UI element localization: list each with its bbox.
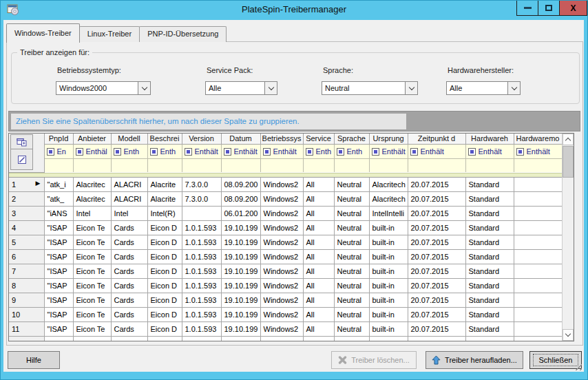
- grid-cell[interactable]: All: [303, 308, 334, 322]
- grid-cell[interactable]: 20.07.2015: [408, 221, 465, 235]
- grid-cell[interactable]: Eicon D: [147, 322, 182, 337]
- grid-cell[interactable]: Neutral: [334, 221, 369, 235]
- grid-cell[interactable]: Cards: [111, 322, 147, 337]
- grid-cell[interactable]: 20.07.2015: [408, 207, 465, 221]
- grid-cell[interactable]: Eicon Te: [73, 279, 111, 293]
- chevron-down-icon[interactable]: [138, 82, 150, 94]
- grid-cell[interactable]: "ISAP: [44, 264, 73, 279]
- column-header[interactable]: Beschrei: [147, 134, 182, 144]
- grid-cell[interactable]: Windows2: [260, 293, 303, 308]
- grid-cell[interactable]: Windows2: [260, 250, 303, 264]
- grid-cell[interactable]: Intel: [73, 337, 111, 341]
- grid-cell[interactable]: Neutral: [334, 235, 369, 250]
- grid-cell[interactable]: Windows2: [260, 279, 303, 293]
- tab-pnp-id-uebersetzung[interactable]: PNP-ID-Übersetzung: [139, 26, 227, 42]
- driver-grid[interactable]: PnpIdAnbieterModellBeschreiVersionDatumB…: [8, 133, 574, 341]
- grid-cell[interactable]: 1.0.1.593: [182, 264, 221, 279]
- grid-cell[interactable]: 19.10.199: [221, 322, 260, 337]
- grid-cell[interactable]: 08.09.200: [221, 192, 260, 207]
- filter-icon[interactable]: [468, 148, 476, 156]
- grid-cell[interactable]: Alacritech: [369, 178, 408, 192]
- filter-cell[interactable]: Enth: [111, 144, 147, 158]
- grid-cell[interactable]: Windows2: [260, 322, 303, 337]
- filter-cell[interactable]: Enth: [303, 144, 334, 158]
- filter-builder-button[interactable]: [10, 149, 33, 170]
- grid-cell[interactable]: "ISAP: [44, 293, 73, 308]
- grid-cell[interactable]: "ISAP: [44, 308, 73, 322]
- grid-cell[interactable]: 7.3.0.0: [182, 178, 221, 192]
- close-button[interactable]: X: [559, 0, 587, 16]
- grid-cell[interactable]: Eicon Te: [73, 235, 111, 250]
- table-row[interactable]: 7"ISAPEicon TeCardsEicon D1.0.1.59319.10…: [9, 264, 562, 279]
- grid-cell[interactable]: built-in: [369, 250, 408, 264]
- grid-cell[interactable]: [514, 322, 562, 337]
- grid-cell[interactable]: Eicon D: [147, 293, 182, 308]
- grid-cell[interactable]: Standard: [465, 308, 514, 322]
- grid-cell[interactable]: Standard: [465, 250, 514, 264]
- grid-cell[interactable]: 19.10.199: [221, 235, 260, 250]
- grid-cell[interactable]: Eicon D: [147, 279, 182, 293]
- filter-cell[interactable]: Enthält: [182, 144, 221, 158]
- scroll-down-button[interactable]: [563, 329, 574, 341]
- grid-cell[interactable]: All: [303, 279, 334, 293]
- grid-cell[interactable]: Standard: [465, 279, 514, 293]
- grid-cell[interactable]: Cards: [111, 293, 147, 308]
- grid-cell[interactable]: Windows2: [260, 308, 303, 322]
- column-header[interactable]: Betriebssys: [260, 134, 303, 144]
- filter-input[interactable]: [73, 158, 111, 172]
- grid-cell[interactable]: built-in: [369, 293, 408, 308]
- grid-cell[interactable]: [182, 207, 221, 221]
- grid-cell[interactable]: Windows2: [260, 207, 303, 221]
- grid-cell[interactable]: "iVLA: [44, 337, 73, 341]
- grid-cell[interactable]: 1.0.1.593: [182, 279, 221, 293]
- row-header[interactable]: 9: [9, 293, 44, 308]
- grid-cell[interactable]: 19.10.199: [221, 250, 260, 264]
- grid-cell[interactable]: 20.07.2015: [408, 322, 465, 337]
- row-header[interactable]: 12: [9, 337, 44, 341]
- filter-icon[interactable]: [372, 148, 379, 156]
- grid-cell[interactable]: "atk_: [44, 192, 73, 207]
- scroll-up-button[interactable]: [563, 134, 574, 145]
- app-icon[interactable]: [7, 4, 20, 16]
- grid-cell[interactable]: Standard: [465, 207, 514, 221]
- grid-cell[interactable]: 20.07.2015: [408, 337, 465, 341]
- table-row[interactable]: 8"ISAPEicon TeCardsEicon D1.0.1.59319.10…: [9, 279, 562, 293]
- filter-input[interactable]: [221, 158, 260, 172]
- filter-icon[interactable]: [185, 148, 192, 156]
- grid-cell[interactable]: 19.10.199: [221, 221, 260, 235]
- grid-cell[interactable]: Intel: [111, 337, 147, 341]
- grid-cell[interactable]: 19.10.199: [221, 308, 260, 322]
- grid-cell[interactable]: Alacritech: [369, 192, 408, 207]
- filter-input[interactable]: [111, 158, 147, 172]
- grid-cell[interactable]: 20.07.2015: [408, 264, 465, 279]
- minimize-button[interactable]: [516, 0, 538, 16]
- upload-driver-button[interactable]: Treiber heraufladen...: [426, 351, 523, 369]
- grid-cell[interactable]: 1.0.1.593: [182, 322, 221, 337]
- grid-cell[interactable]: Intel: [73, 207, 111, 221]
- grid-cell[interactable]: [514, 235, 562, 250]
- grid-cell[interactable]: built-in: [369, 279, 408, 293]
- grid-cell[interactable]: 20.07.2015: [408, 250, 465, 264]
- grid-cell[interactable]: [514, 279, 562, 293]
- row-header[interactable]: 4: [9, 221, 44, 235]
- delete-driver-button[interactable]: Treiber löschen...: [331, 351, 417, 369]
- grid-cell[interactable]: Eicon D: [147, 308, 182, 322]
- row-header[interactable]: 3: [9, 207, 44, 221]
- grid-cell[interactable]: Standard: [465, 221, 514, 235]
- filter-cell[interactable]: Enthäl: [73, 144, 111, 158]
- grid-cell[interactable]: Standard: [465, 192, 514, 207]
- column-header[interactable]: Zeitpunkt d: [408, 134, 465, 144]
- grid-cell[interactable]: Cards: [111, 235, 147, 250]
- row-header[interactable]: 10: [9, 308, 44, 322]
- grid-cell[interactable]: [514, 192, 562, 207]
- filter-input[interactable]: [182, 158, 221, 172]
- chevron-down-icon[interactable]: [264, 82, 277, 94]
- grid-cell[interactable]: All: [303, 235, 334, 250]
- grid-cell[interactable]: 1.0.1.593: [182, 235, 221, 250]
- filter-input[interactable]: [334, 158, 369, 172]
- grid-cell[interactable]: Intel(R): [147, 207, 182, 221]
- grid-cell[interactable]: Eicon Te: [73, 250, 111, 264]
- grid-cell[interactable]: [514, 337, 562, 341]
- grid-cell[interactable]: Eicon D: [147, 235, 182, 250]
- grid-cell[interactable]: Alacrite: [147, 192, 182, 207]
